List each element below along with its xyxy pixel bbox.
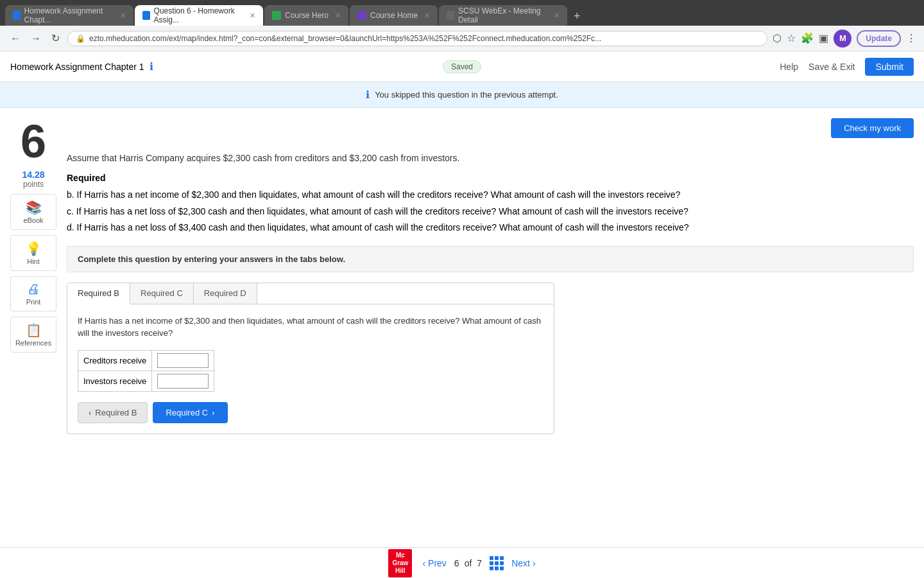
new-tab-button[interactable]: +	[569, 7, 586, 26]
tab-favicon-2	[142, 11, 150, 20]
extensions-icon[interactable]: ⬡	[773, 32, 782, 44]
sidebar-toggle-icon[interactable]: ▣	[819, 32, 828, 44]
help-link[interactable]: Help	[780, 62, 798, 72]
tab-required-b[interactable]: Required B	[67, 283, 130, 304]
answer-tab-container: Required B Required C Required D If Harr…	[67, 283, 554, 434]
question-part-d: d. If Harris has a net loss of $3,400 ca…	[67, 220, 914, 236]
next-button-label: Required C	[166, 408, 208, 417]
complete-instruction: Complete this question by entering your …	[67, 246, 914, 272]
tab-label-4: Course Home	[370, 11, 418, 20]
chevron-left-icon: ‹	[89, 408, 91, 417]
question-number: 6	[21, 118, 46, 164]
hint-tool[interactable]: 💡 Hint	[10, 235, 56, 271]
browser-chrome: Homework Assignment Chapt... ✕ Question …	[0, 0, 924, 26]
ebook-label: eBook	[23, 216, 43, 224]
tab-close-4[interactable]: ✕	[424, 12, 430, 20]
ebook-tool[interactable]: 📚 eBook	[10, 194, 56, 230]
forward-button[interactable]: →	[28, 30, 44, 47]
bookmark-icon[interactable]: ☆	[787, 32, 796, 44]
question-part-c: c. If Harris has a net loss of $2,300 ca…	[67, 204, 914, 220]
update-button[interactable]: Update	[857, 30, 901, 47]
tab-favicon-4	[357, 11, 366, 20]
tab-content-b: If Harris has a net income of $2,300 and…	[67, 304, 554, 434]
main-content: 6 14.28 points 📚 eBook 💡 Hint 🖨 Print 📋 …	[0, 108, 924, 444]
tab-label-1: Homework Assignment Chapt...	[24, 6, 114, 24]
tab-course-home[interactable]: Course Home ✕	[350, 5, 438, 26]
tab-webex[interactable]: SCSU WebEx - Meeting Detail ✕	[439, 5, 567, 26]
references-tool[interactable]: 📋 References	[10, 317, 56, 353]
print-label: Print	[26, 298, 41, 306]
creditors-input[interactable]	[157, 353, 209, 368]
profile-icon[interactable]: M	[834, 30, 851, 48]
question-intro-text: Assume that Harris Company acquires $2,3…	[67, 151, 914, 165]
tab-nav-buttons: ‹ Required B Required C ›	[78, 402, 543, 423]
investors-input-cell	[152, 371, 214, 391]
header-links: Help Save & Exit Submit	[780, 58, 914, 76]
tab-close-1[interactable]: ✕	[120, 12, 126, 20]
banner-message: You skipped this question in the previou…	[375, 90, 558, 100]
chevron-right-icon: ›	[212, 408, 214, 417]
tab-bar: Homework Assignment Chapt... ✕ Question …	[5, 0, 919, 26]
tab-question-text: If Harris has a net income of $2,300 and…	[78, 315, 543, 340]
points-info: 14.28 points	[22, 170, 44, 189]
info-icon: ℹ	[150, 60, 153, 73]
prev-button-label: Required B	[95, 408, 137, 417]
question-part-b: b. If Harris has a net income of $2,300 …	[67, 187, 914, 203]
reload-button[interactable]: ↻	[49, 30, 62, 47]
address-bar: ← → ↻ 🔒 ezto.mheducation.com/ext/map/ind…	[0, 26, 924, 51]
submit-button[interactable]: Submit	[865, 58, 914, 76]
tab-label-5: SCSU WebEx - Meeting Detail	[458, 6, 547, 24]
tab-favicon-1	[13, 11, 21, 20]
save-exit-link[interactable]: Save & Exit	[809, 62, 855, 72]
tab-required-c[interactable]: Required C	[130, 283, 194, 304]
hint-icon: 💡	[26, 241, 42, 256]
tab-question6[interactable]: Question 6 - Homework Assig... ✕	[135, 5, 263, 26]
question-parts: b. If Harris has a net income of $2,300 …	[67, 187, 914, 236]
tab-close-3[interactable]: ✕	[335, 12, 341, 20]
references-icon: 📋	[26, 322, 42, 338]
tab-favicon-5	[447, 11, 454, 20]
question-area: Check my work Assume that Harris Company…	[67, 118, 914, 434]
question-header-row: Check my work	[67, 118, 914, 146]
tab-course-hero[interactable]: Course Hero ✕	[264, 5, 348, 26]
check-work-button[interactable]: Check my work	[831, 118, 914, 138]
url-bar[interactable]: 🔒 ezto.mheducation.com/ext/map/index.htm…	[67, 31, 767, 46]
print-icon: 🖨	[27, 282, 40, 297]
tab-favicon-3	[272, 11, 281, 20]
saved-badge: Saved	[443, 60, 481, 73]
required-label: Required	[67, 173, 914, 183]
points-label: points	[22, 180, 44, 189]
left-sidebar: 6 14.28 points 📚 eBook 💡 Hint 🖨 Print 📋 …	[10, 118, 56, 434]
app-header: Homework Assignment Chapter 1 ℹ Saved He…	[0, 51, 924, 82]
puzzle-icon[interactable]: 🧩	[801, 32, 814, 44]
ebook-icon: 📚	[26, 200, 42, 215]
creditors-input-cell	[152, 350, 214, 371]
lock-icon: 🔒	[76, 34, 85, 43]
points-value: 14.28	[22, 170, 44, 180]
references-label: References	[15, 339, 51, 347]
print-tool[interactable]: 🖨 Print	[10, 276, 56, 311]
answer-tab-headers: Required B Required C Required D	[67, 283, 554, 304]
tab-homework[interactable]: Homework Assignment Chapt... ✕	[5, 5, 133, 26]
investors-label: Investors receive	[78, 371, 152, 391]
creditors-label: Creditors receive	[78, 350, 152, 371]
answer-table: Creditors receive Investors receive	[78, 350, 214, 392]
tab-close-5[interactable]: ✕	[554, 12, 560, 20]
tab-label-2: Question 6 - Homework Assig...	[154, 6, 243, 24]
browser-toolbar-icons: ⬡ ☆ 🧩 ▣ M Update ⋮	[773, 30, 916, 48]
url-text: ezto.mheducation.com/ext/map/index.html?…	[89, 34, 759, 43]
app-title: Homework Assignment Chapter 1	[10, 62, 144, 72]
tab-label-3: Course Hero	[285, 11, 329, 20]
hint-label: Hint	[27, 258, 40, 265]
prev-required-b-button[interactable]: ‹ Required B	[78, 402, 148, 423]
table-row-creditors: Creditors receive	[78, 350, 214, 371]
investors-input[interactable]	[157, 374, 209, 389]
next-required-c-button[interactable]: Required C ›	[153, 402, 227, 423]
tab-required-d[interactable]: Required D	[194, 283, 257, 304]
info-banner: ℹ You skipped this question in the previ…	[0, 82, 924, 108]
menu-icon[interactable]: ⋮	[906, 32, 916, 44]
table-row-investors: Investors receive	[78, 371, 214, 391]
banner-info-icon: ℹ	[366, 89, 370, 101]
tab-close-2[interactable]: ✕	[250, 12, 255, 20]
back-button[interactable]: ←	[8, 30, 23, 47]
